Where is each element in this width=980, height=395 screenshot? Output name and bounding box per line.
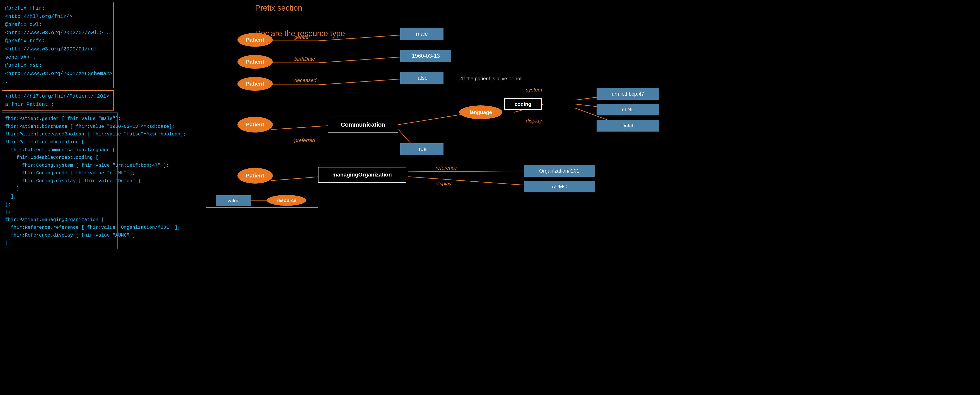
managing-org-node: managingOrganization <box>318 167 406 183</box>
code-line-15: fhir:Reference.reference [ fhir:value "O… <box>5 224 115 231</box>
system-value: urn:ietf:bcp:47 <box>597 88 659 100</box>
code-line-12: ]; <box>5 201 115 208</box>
preferred-label: preferred <box>294 137 315 143</box>
deceased-comment: #If the patient is alive or not <box>459 76 522 82</box>
code-line-14: fhir:Patient.managingOrganization [ <box>5 216 115 224</box>
gender-label: gender <box>294 34 310 40</box>
legend-underline <box>206 207 318 208</box>
declare-line-1: <http://hl7.org/fhir/Patient/f201> a fhi… <box>5 92 111 108</box>
declare-box: <http://hl7.org/fhir/Patient/f201> a fhi… <box>2 90 114 110</box>
code-line-3: fhir:Patient.deceasedBoolean [ fhir:valu… <box>5 131 115 138</box>
display-managing-label: display <box>436 181 452 187</box>
patient-gender-oval: Patient <box>237 33 273 47</box>
code-line-11: ]; <box>5 193 115 201</box>
code-line-16: fhir:Reference.display [ fhir:value "AUM… <box>5 231 115 239</box>
code-line-8: fhir:Coding.code [ fhir:value "nl-NL" ]; <box>5 169 115 177</box>
patient-managing-oval: Patient <box>237 168 273 183</box>
reference-label: reference <box>436 165 457 171</box>
birthdate-label: birthDate <box>294 56 315 62</box>
prefix-line-3: @prefix rdfs: <http://www.w3.org/2000/01… <box>5 37 111 61</box>
code-line-17: ] . <box>5 239 115 247</box>
main-code-box: fhir:Patient.gender [ fhir:value "male"]… <box>2 113 118 249</box>
language-oval: language <box>459 105 502 119</box>
patient-deceased-oval: Patient <box>237 77 273 91</box>
code-line-2: fhir:Patient.birthDate [ fhir:value "196… <box>5 123 115 131</box>
coding-rect: coding <box>504 98 542 110</box>
prefix-line-2: @prefix owl: <http://www.w3.org/2002/07/… <box>5 21 111 37</box>
male-value: male <box>400 28 444 40</box>
prefix-box: @prefix fhir: <http://hl7.org/fhir/> . @… <box>2 2 114 88</box>
code-value: nl-NL <box>597 104 659 115</box>
aumc-value: AUMC <box>524 181 595 193</box>
false-value: false <box>400 72 444 84</box>
code-line-5: fhir:Patient.communication.language [ <box>5 146 115 154</box>
display-label: display <box>526 118 542 124</box>
code-line-9: fhir:Coding.display [ fhir:value "Dutch"… <box>5 177 115 185</box>
svg-line-14 <box>408 171 544 172</box>
legend-resource: resource <box>267 195 306 206</box>
right-panel: Prefix section Declare the resource type <box>122 0 980 395</box>
code-line-1: fhir:Patient.gender [ fhir:value "male"]… <box>5 115 115 123</box>
deceased-label: deceased <box>294 77 317 83</box>
patient-comm-oval: Patient <box>237 117 273 132</box>
prefix-line-1: @prefix fhir: <http://hl7.org/fhir/> . <box>5 4 111 21</box>
birth-value: 1960-03-13 <box>400 50 451 62</box>
code-line-4: fhir:Patient.communication [ <box>5 138 115 146</box>
prefix-line-4: @prefix xsd: <http://www.w3.org/2001/XML… <box>5 61 111 86</box>
code-line-10: ] <box>5 185 115 193</box>
code-line-6: fhir:CodeableConcept.coding [ <box>5 154 115 162</box>
communication-node: Communication <box>328 117 398 132</box>
system-label: system <box>526 87 542 93</box>
org-ref-value: Organization/f201 <box>524 165 595 177</box>
svg-line-15 <box>408 177 544 186</box>
code-line-13: ]; <box>5 208 115 216</box>
dutch-value: Dutch <box>597 120 659 132</box>
true-value: true <box>400 143 444 155</box>
code-line-7: fhir:Coding.system [ fhir:value "urn:iet… <box>5 162 115 169</box>
legend-value: value <box>216 195 251 206</box>
left-panel: @prefix fhir: <http://hl7.org/fhir/> . @… <box>0 0 122 395</box>
patient-birth-oval: Patient <box>237 55 273 69</box>
